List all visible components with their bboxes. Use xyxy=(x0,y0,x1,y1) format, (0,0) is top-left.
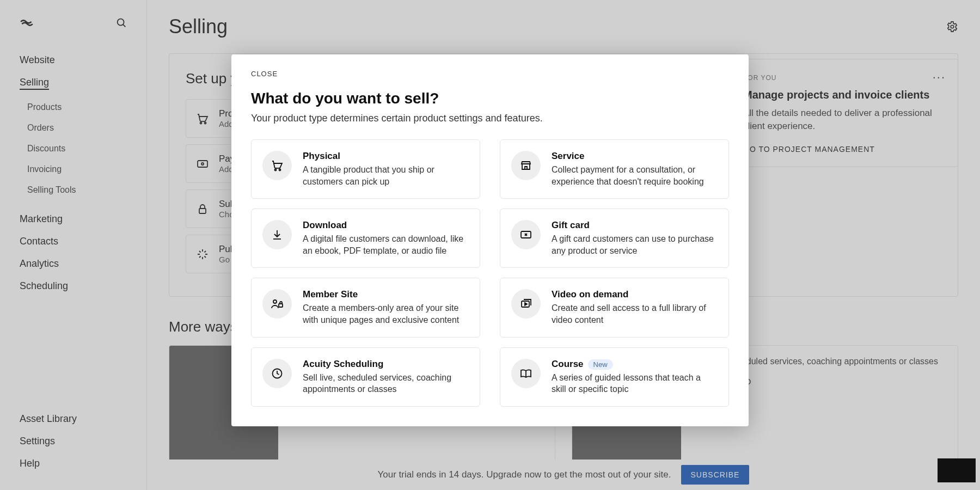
svg-point-8 xyxy=(275,169,277,171)
gift-card-icon xyxy=(511,220,541,249)
members-icon xyxy=(262,289,292,318)
download-icon xyxy=(262,220,292,249)
close-button[interactable]: CLOSE xyxy=(251,70,278,78)
option-physical[interactable]: PhysicalA tangible product that you ship… xyxy=(251,139,480,199)
option-download[interactable]: DownloadA digital file customers can dow… xyxy=(251,209,480,268)
option-service[interactable]: ServiceCollect payment for a consultatio… xyxy=(500,139,729,199)
svg-point-9 xyxy=(279,169,281,171)
modal-title: What do you want to sell? xyxy=(251,90,729,107)
video-library-icon xyxy=(511,289,541,318)
option-acuity-scheduling[interactable]: Acuity SchedulingSell live, scheduled se… xyxy=(251,347,480,407)
product-type-modal: CLOSE What do you want to sell? Your pro… xyxy=(231,54,749,426)
option-course[interactable]: CourseNewA series of guided lessons that… xyxy=(500,347,729,407)
corner-widget[interactable] xyxy=(938,458,976,482)
option-member-site[interactable]: Member SiteCreate a members-only area of… xyxy=(251,278,480,337)
option-video-on-demand[interactable]: Video on demandCreate and sell access to… xyxy=(500,278,729,337)
book-icon xyxy=(511,359,541,388)
svg-point-11 xyxy=(273,300,277,303)
storefront-icon xyxy=(511,151,541,180)
clock-icon xyxy=(262,359,292,388)
option-gift-card[interactable]: Gift cardA gift card customers can use t… xyxy=(500,209,729,268)
svg-rect-12 xyxy=(279,304,283,307)
cart-icon xyxy=(262,151,292,180)
new-badge: New xyxy=(588,359,613,370)
modal-subtitle: Your product type determines certain pro… xyxy=(251,113,729,124)
